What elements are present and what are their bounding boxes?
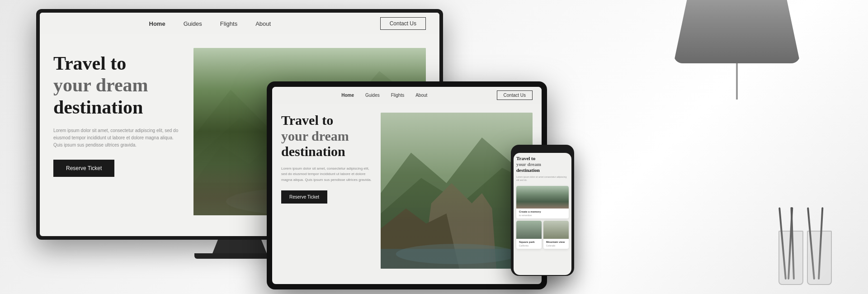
desktop-nav-home[interactable]: Home: [149, 20, 165, 27]
desktop-hero-title: Travel to your dream destination: [53, 52, 180, 118]
tablet-navbar: Home Guides Flights About Contact Us: [272, 87, 542, 104]
tablet-landscape-svg: [381, 113, 533, 269]
desktop-contact-button[interactable]: Contact Us: [380, 17, 426, 30]
glass-2: [807, 231, 832, 285]
mobile-card-3-sub: Colorado: [546, 244, 566, 247]
mobile-card-2[interactable]: Square park California: [516, 221, 542, 249]
desktop-nav-links: Home Guides Flights About: [53, 20, 367, 27]
mobile-bezel: Travel to your dream destination Lorem i…: [511, 145, 574, 276]
mobile-card-1-text: Create a memory to remember: [516, 209, 569, 218]
desktop-hero-text: Travel to your dream destination Lorem i…: [53, 48, 180, 215]
mobile-card-1-label: Create a memory: [519, 210, 566, 213]
mobile-card-3-text: Mountain view Colorado: [543, 239, 569, 249]
desktop-navbar: Home Guides Flights About Contact Us: [40, 13, 439, 34]
desktop-nav-flights[interactable]: Flights: [220, 20, 237, 27]
mobile-card-3[interactable]: Mountain view Colorado: [543, 221, 569, 249]
tablet-hero-image: [381, 113, 533, 269]
tablet-nav-home[interactable]: Home: [341, 93, 354, 98]
desktop-nav-about[interactable]: About: [255, 20, 271, 27]
mobile-device: Travel to your dream destination Lorem i…: [511, 145, 574, 276]
mobile-card-2-label: Square park: [519, 241, 539, 243]
tablet-nav-links: Home Guides Flights About: [281, 93, 488, 98]
tablet-device: Home Guides Flights About Contact Us Tra…: [267, 81, 547, 289]
mobile-notch: [533, 147, 552, 151]
glass-1: [778, 231, 803, 285]
mobile-card-2-image: [516, 221, 542, 239]
tablet-hero-title: Travel to your dream destination: [281, 113, 372, 160]
lamp-cord: [736, 63, 738, 100]
desktop-reserve-button[interactable]: Reserve Ticket: [53, 160, 114, 177]
tablet-hero: Travel to your dream destination Lorem i…: [272, 104, 542, 275]
mobile-card-1[interactable]: Create a memory to remember: [516, 186, 569, 218]
desktop-hero-description: Lorem ipsum dolor sit amet, consectetur …: [53, 127, 180, 149]
mobile-card-1-sub: to remember: [519, 214, 566, 217]
svg-rect-11: [381, 249, 533, 269]
tablet-hero-text: Travel to your dream destination Lorem i…: [281, 113, 372, 269]
lamp-decoration: [674, 0, 800, 109]
mobile-cards-row: Square park California Mountain view Col…: [516, 221, 569, 251]
mobile-screen: Travel to your dream destination Lorem i…: [514, 153, 571, 275]
tablet-hero-description: Lorem ipsum dolor sit amet, consectetur …: [281, 166, 372, 183]
mobile-card-2-text: Square park California: [516, 239, 542, 249]
svg-marker-10: [381, 209, 462, 269]
tablet-nav-about[interactable]: About: [415, 93, 427, 98]
desktop-nav-guides[interactable]: Guides: [184, 20, 202, 27]
svg-point-12: [396, 244, 518, 264]
tablet-bezel: Home Guides Flights About Contact Us Tra…: [267, 81, 547, 289]
tablet-screen: Home Guides Flights About Contact Us Tra…: [272, 87, 542, 284]
tablet-nav-guides[interactable]: Guides: [365, 93, 380, 98]
tablet-reserve-button[interactable]: Reserve Ticket: [281, 190, 327, 204]
mobile-card-3-image: [543, 221, 569, 239]
mobile-card-3-label: Mountain view: [546, 241, 566, 243]
glasses-decoration: [778, 231, 832, 285]
svg-marker-8: [381, 168, 533, 269]
lamp-shade: [674, 0, 800, 63]
mobile-content: Travel to your dream destination Lorem i…: [514, 153, 571, 254]
mobile-hero-description: Lorem ipsum dolor sit amet consectetur a…: [516, 175, 569, 182]
mobile-card-2-sub: California: [519, 244, 539, 247]
tablet-contact-button[interactable]: Contact Us: [497, 90, 533, 100]
monitor-stand: [212, 240, 267, 253]
svg-marker-7: [381, 138, 533, 269]
tablet-nav-flights[interactable]: Flights: [391, 93, 404, 98]
svg-marker-9: [421, 183, 497, 269]
svg-rect-6: [381, 113, 533, 269]
mobile-hero-title: Travel to your dream destination: [516, 156, 569, 174]
mobile-card-1-image: [516, 186, 569, 209]
